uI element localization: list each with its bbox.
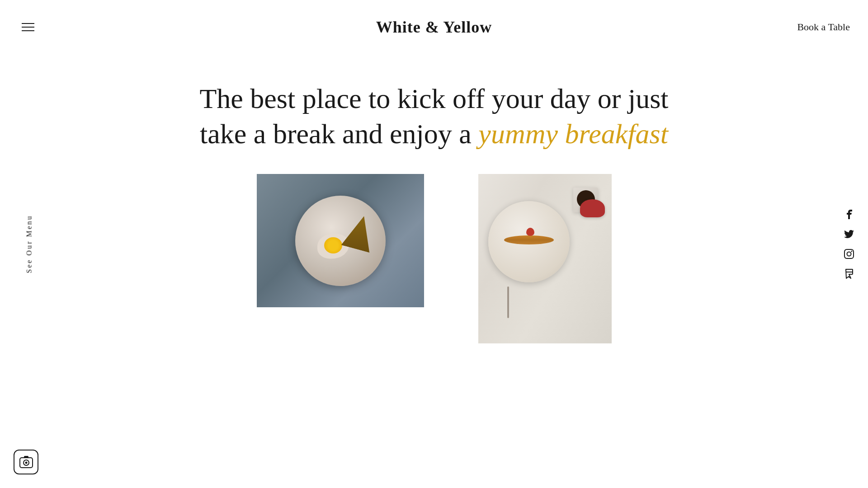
svg-point-6 <box>25 461 27 464</box>
foursquare-icon[interactable] <box>844 268 854 279</box>
twitter-icon[interactable] <box>844 229 854 239</box>
fork-shape <box>507 286 509 318</box>
jam-bowl <box>580 199 605 217</box>
hero-text: The best place to kick off your day or j… <box>0 54 868 174</box>
egg-yolk <box>324 237 342 253</box>
food-image-2-placeholder <box>478 174 612 343</box>
main-content: The best place to kick off your day or j… <box>0 0 868 488</box>
facebook-icon[interactable] <box>844 209 854 220</box>
see-our-menu-link[interactable]: See Our Menu <box>25 215 33 273</box>
site-logo: White & Yellow <box>376 18 492 37</box>
hamburger-menu-button[interactable] <box>18 19 38 35</box>
food-image-1-placeholder <box>257 174 424 307</box>
hero-text-line2-plain: take a break and enjoy a <box>200 118 478 149</box>
svg-point-2 <box>851 251 853 252</box>
social-icons-panel <box>844 209 854 279</box>
svg-rect-7 <box>24 456 28 458</box>
pancake-plate <box>488 201 570 282</box>
instagram-icon[interactable] <box>844 249 854 259</box>
book-table-button[interactable]: Book a Table <box>797 21 850 33</box>
plate-circle <box>295 196 386 286</box>
camera-icon-button[interactable] <box>14 450 38 474</box>
hero-text-line1: The best place to kick off your day or j… <box>199 83 668 114</box>
hero-text-highlight: yummy breakfast <box>478 118 668 149</box>
strawberry-accent <box>526 228 534 236</box>
camera-svg <box>19 455 33 469</box>
food-image-2 <box>478 174 612 343</box>
svg-point-1 <box>847 252 851 256</box>
toast-slice <box>341 212 378 252</box>
header: White & Yellow Book a Table <box>0 0 868 54</box>
hamburger-line-3 <box>22 30 34 31</box>
pancake <box>504 235 554 244</box>
hamburger-line-1 <box>22 23 34 24</box>
hamburger-line-2 <box>22 27 34 28</box>
food-image-1 <box>257 174 424 307</box>
food-images-section <box>0 174 868 343</box>
